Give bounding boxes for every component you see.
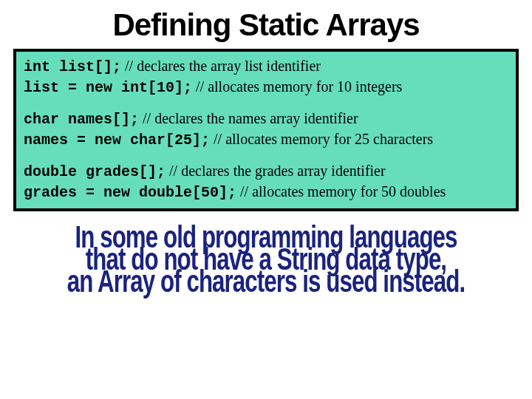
- code-fragment: grades = new double[50];: [24, 184, 236, 201]
- code-line: int list[]; // declares the array list i…: [24, 56, 508, 77]
- code-fragment: double grades[];: [24, 163, 166, 180]
- code-line: list = new int[10]; // allocates memory …: [24, 77, 508, 98]
- code-box: int list[]; // declares the array list i…: [13, 49, 519, 211]
- code-group-int: int list[]; // declares the array list i…: [24, 56, 508, 98]
- slide-title: Defining Static Arrays: [13, 7, 519, 43]
- code-comment: // declares the names array identifier: [139, 110, 358, 126]
- code-group-double: double grades[]; // declares the grades …: [24, 161, 508, 203]
- code-fragment: int list[];: [24, 58, 121, 75]
- code-comment: // allocates memory for 50 doubles: [236, 183, 446, 200]
- code-line: double grades[]; // declares the grades …: [24, 161, 508, 182]
- code-comment: // declares the grades array identifier: [166, 163, 386, 179]
- slide: Defining Static Arrays int list[]; // de…: [0, 0, 532, 399]
- code-line: grades = new double[50]; // allocates me…: [24, 182, 508, 202]
- code-fragment: names = new char[25];: [24, 132, 210, 149]
- bottom-text-block: In some old programming languages that d…: [13, 226, 519, 293]
- code-fragment: char names[];: [24, 111, 139, 128]
- code-comment: // declares the array list identifier: [121, 58, 321, 74]
- code-fragment: list = new int[10];: [24, 79, 192, 96]
- code-comment: // allocates memory for 25 characters: [210, 131, 433, 147]
- code-line: char names[]; // declares the names arra…: [24, 109, 508, 129]
- code-comment: // allocates memory for 10 integers: [192, 78, 402, 95]
- code-group-char: char names[]; // declares the names arra…: [24, 109, 508, 151]
- code-line: names = new char[25]; // allocates memor…: [24, 129, 508, 150]
- bottom-line-3: an Array of characters is used instead.: [33, 267, 498, 295]
